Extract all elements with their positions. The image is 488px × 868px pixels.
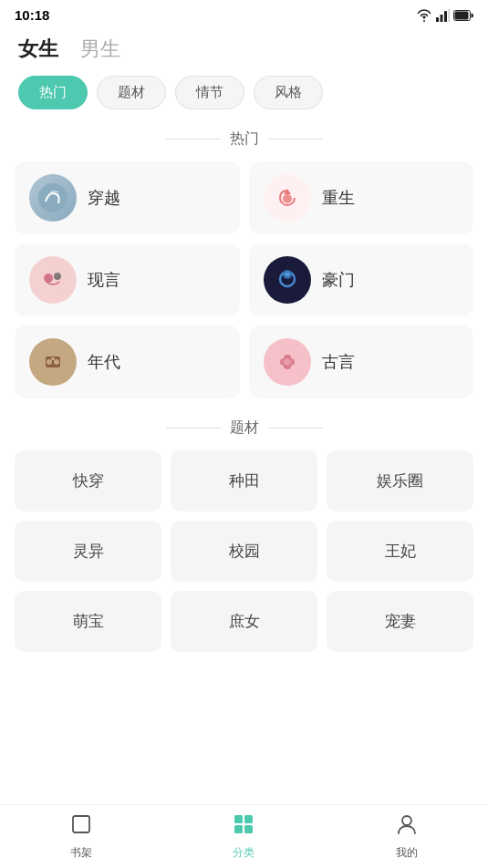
hot-card-label-guyan: 古言 (322, 351, 355, 373)
svg-point-13 (54, 273, 61, 280)
hot-card-xianyuan[interactable]: 现言 (15, 243, 240, 316)
signal-icon (435, 9, 450, 22)
header: 女生 男生 (0, 26, 488, 63)
svg-rect-22 (51, 357, 55, 360)
category-icon (232, 812, 255, 842)
hot-card-haomen[interactable]: 豪门 (249, 243, 474, 316)
hot-card-icon-haomen (264, 256, 311, 304)
tag-shunu[interactable]: 庶女 (171, 591, 317, 652)
tab-male[interactable]: 男生 (80, 36, 120, 63)
hot-card-icon-chongsheng (264, 174, 311, 222)
tag-kuaichuan[interactable]: 快穿 (15, 450, 161, 512)
filter-row: 热门 题材 情节 风格 (0, 63, 488, 109)
wifi-icon (417, 9, 431, 22)
svg-point-14 (273, 265, 302, 294)
filter-topic[interactable]: 题材 (97, 76, 166, 109)
svg-point-7 (38, 183, 67, 212)
hot-card-icon-xianyuan (29, 256, 77, 304)
svg-rect-1 (436, 17, 439, 22)
hot-card-guyan[interactable]: 古言 (249, 326, 474, 398)
svg-point-20 (47, 359, 52, 365)
battery-icon (453, 10, 473, 21)
hot-card-label-xianyuan: 现言 (88, 269, 120, 291)
tab-female[interactable]: 女生 (18, 36, 58, 63)
svg-rect-33 (244, 825, 253, 833)
nav-category-label: 分类 (233, 845, 254, 861)
hot-section-title: 热门 (0, 129, 488, 149)
svg-point-21 (54, 359, 59, 365)
tag-zhongtian[interactable]: 种田 (171, 450, 317, 512)
svg-point-0 (423, 20, 425, 22)
tag-grid: 快穿 种田 娱乐圈 灵异 校园 王妃 萌宝 庶女 宠妻 (0, 450, 488, 652)
status-icons (417, 9, 473, 22)
status-bar: 10:18 (0, 0, 488, 26)
hot-card-icon-chuanyue (29, 174, 77, 222)
profile-icon (395, 812, 419, 842)
nav-category[interactable]: 分类 (162, 805, 325, 868)
time: 10:18 (15, 7, 49, 23)
tag-mengbao[interactable]: 萌宝 (15, 591, 161, 652)
hot-card-icon-niandai (29, 338, 77, 386)
nav-bookshelf-label: 书架 (70, 845, 92, 861)
hot-card-niandai[interactable]: 年代 (15, 326, 240, 398)
nav-profile-label: 我的 (396, 845, 418, 861)
svg-rect-6 (455, 11, 469, 19)
svg-rect-4 (449, 9, 451, 22)
svg-rect-2 (441, 15, 443, 22)
svg-point-17 (285, 273, 290, 276)
svg-point-34 (402, 816, 411, 825)
svg-point-28 (284, 358, 291, 366)
bottom-nav: 书架 分类 我的 (0, 804, 488, 868)
svg-point-10 (283, 194, 292, 203)
svg-rect-3 (444, 11, 447, 22)
svg-point-12 (44, 274, 53, 283)
svg-rect-30 (234, 815, 243, 823)
filter-style[interactable]: 风格 (254, 76, 323, 109)
tag-xiaoyuan[interactable]: 校园 (171, 521, 317, 582)
svg-rect-32 (234, 825, 243, 833)
hot-card-chuanyue[interactable]: 穿越 (15, 161, 240, 234)
bookshelf-icon (69, 812, 93, 842)
topic-section-title: 题材 (0, 418, 488, 438)
svg-point-11 (38, 265, 67, 294)
hot-card-icon-guyan (264, 338, 311, 386)
nav-profile[interactable]: 我的 (326, 805, 488, 868)
tag-lingyi[interactable]: 灵异 (15, 521, 161, 582)
tag-chongqi[interactable]: 宠妻 (327, 591, 473, 652)
svg-rect-29 (73, 816, 89, 832)
filter-hot[interactable]: 热门 (18, 76, 88, 109)
hot-card-label-niandai: 年代 (88, 351, 120, 373)
hot-grid: 穿越 重生 现言 (0, 161, 488, 398)
hot-card-label-haomen: 豪门 (322, 269, 355, 291)
nav-bookshelf[interactable]: 书架 (0, 805, 162, 868)
tag-wangfei[interactable]: 王妃 (327, 521, 473, 582)
hot-card-label-chuanyue: 穿越 (88, 187, 120, 209)
svg-rect-31 (244, 815, 253, 823)
tag-yulequan[interactable]: 娱乐圈 (327, 450, 473, 512)
hot-card-label-chongsheng: 重生 (322, 187, 355, 209)
filter-plot[interactable]: 情节 (175, 76, 244, 109)
hot-card-chongsheng[interactable]: 重生 (249, 161, 474, 234)
